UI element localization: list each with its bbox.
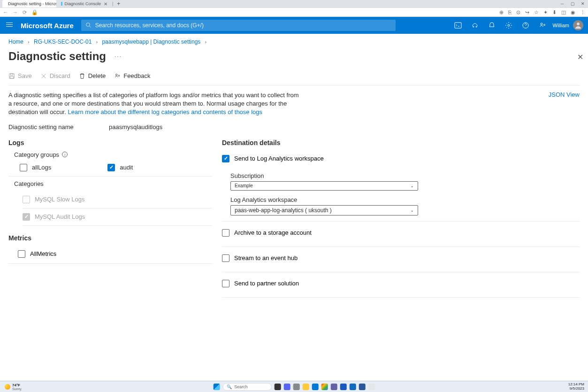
share-icon[interactable]: ↪ <box>525 9 529 15</box>
clock[interactable]: 12:14 PM 9/5/2023 <box>568 383 584 391</box>
browser-tab-inactive[interactable]: Diagnostic Console ✕ <box>57 0 111 8</box>
ext-icon2[interactable]: ⎘ <box>508 9 512 15</box>
search-icon <box>86 23 92 28</box>
delete-button[interactable]: Delete <box>79 72 106 79</box>
svg-point-14 <box>118 75 120 76</box>
explorer-icon[interactable] <box>303 384 309 390</box>
workspace-select[interactable]: paas-web-app-log-analytics ( uksouth ) ⌄ <box>230 205 418 215</box>
checkbox-unchecked[interactable] <box>222 229 229 237</box>
svg-line-1 <box>89 26 91 28</box>
svg-point-4 <box>476 26 477 27</box>
search-input[interactable] <box>95 22 391 29</box>
partner-destination[interactable]: Send to partner solution <box>222 276 580 292</box>
weather-widget[interactable]: 74°F Sunny <box>0 383 22 391</box>
category-groups-label: Category groups i <box>14 151 213 158</box>
subscription-select[interactable]: Example ⌄ <box>230 181 418 191</box>
svg-point-9 <box>577 23 580 25</box>
checkbox-unchecked[interactable] <box>18 250 25 258</box>
breadcrumb: Home › RG-UKS-SEC-DOC-01 › paasmysqlweba… <box>0 34 588 48</box>
browser-tab-active[interactable]: Diagnostic setting - Microsoft A ✕ <box>2 0 56 8</box>
eventhub-destination[interactable]: Stream to an event hub <box>222 251 580 266</box>
alllogs-option[interactable]: allLogs <box>20 164 51 171</box>
forward-icon[interactable]: → <box>13 9 18 15</box>
close-blade-icon[interactable]: ✕ <box>573 51 588 63</box>
destination-heading: Destination details <box>222 139 580 146</box>
allmetrics-option[interactable]: AllMetrics <box>8 246 213 264</box>
checkbox-unchecked[interactable] <box>20 164 27 171</box>
breadcrumb-home[interactable]: Home <box>8 38 23 45</box>
delete-label: Delete <box>88 72 106 79</box>
storage-destination[interactable]: Archive to a storage account <box>222 225 580 241</box>
minimize-icon[interactable]: ─ <box>557 0 567 8</box>
checkbox-checked[interactable] <box>222 155 229 162</box>
bell-icon[interactable] <box>488 22 496 29</box>
star-icon[interactable]: ☆ <box>534 9 539 15</box>
restore-icon[interactable]: ▢ <box>567 0 578 8</box>
tab-title: Diagnostic setting - Microsoft A <box>8 1 56 6</box>
save-icon <box>8 73 15 79</box>
app-icon[interactable] <box>284 384 290 390</box>
checkbox-checked[interactable] <box>107 164 115 171</box>
checkbox-unchecked[interactable] <box>222 254 229 262</box>
word-icon[interactable] <box>340 384 347 390</box>
copilot-icon[interactable] <box>471 22 479 29</box>
back-icon[interactable]: ← <box>3 9 8 15</box>
tab-close-icon[interactable]: ✕ <box>104 1 107 7</box>
audit-option[interactable]: audit <box>107 164 133 171</box>
chevron-right-icon: › <box>96 39 98 45</box>
new-tab-button[interactable]: + <box>113 0 124 7</box>
save-button[interactable]: Save <box>8 72 32 79</box>
workspace-label: Log Analytics workspace <box>230 196 580 203</box>
profile-icon[interactable]: ◉ <box>571 9 575 15</box>
breadcrumb-resource[interactable]: paasmysqlwebapp | Diagnostic settings <box>102 38 200 45</box>
app-icon[interactable] <box>350 384 356 390</box>
help-icon[interactable] <box>522 22 529 29</box>
svg-rect-2 <box>455 23 461 28</box>
svg-rect-11 <box>10 73 13 75</box>
edge-icon[interactable] <box>312 384 319 390</box>
global-search[interactable] <box>81 20 396 31</box>
discard-button[interactable]: Discard <box>40 72 70 79</box>
breadcrumb-rg[interactable]: RG-UKS-SEC-DOC-01 <box>34 38 92 45</box>
close-window-icon[interactable]: ✕ <box>578 0 588 8</box>
ext-icon[interactable]: ⊕ <box>499 9 504 15</box>
cloudshell-icon[interactable] <box>454 22 462 29</box>
app-icon[interactable] <box>293 384 300 390</box>
avatar <box>573 20 583 31</box>
setting-name-label: Diagnostic setting name <box>8 123 109 131</box>
chrome-icon[interactable] <box>321 384 328 390</box>
svg-point-13 <box>116 74 118 76</box>
start-icon[interactable] <box>213 384 220 390</box>
window-controls: ─ ▢ ✕ <box>557 0 588 8</box>
learn-more-link[interactable]: Learn more about the different log categ… <box>68 108 262 115</box>
hamburger-icon <box>6 21 13 28</box>
gear-icon[interactable] <box>505 22 512 29</box>
json-view-link[interactable]: JSON View <box>549 91 580 117</box>
download-icon[interactable]: ⬇ <box>552 9 557 15</box>
feedback-nav-icon[interactable] <box>539 22 546 29</box>
info-icon[interactable]: i <box>62 152 68 157</box>
taskview-icon[interactable] <box>275 384 281 390</box>
app-icon[interactable] <box>368 384 375 390</box>
reload-icon[interactable]: ⟳ <box>23 9 27 15</box>
zoom-icon[interactable]: ⊙ <box>516 9 520 15</box>
news-icon[interactable]: ◫ <box>561 9 566 15</box>
more-actions-icon[interactable]: ··· <box>115 53 122 60</box>
azure-header: Microsoft Azure William <box>0 17 588 34</box>
feedback-button[interactable]: Feedback <box>114 72 150 79</box>
checkbox-unchecked[interactable] <box>222 280 229 287</box>
law-destination[interactable]: Send to Log Analytics workspace <box>222 151 580 167</box>
browser-tab-strip: Diagnostic setting - Microsoft A ✕ Diagn… <box>0 0 588 8</box>
setting-name-value: paasmysqlauditlogs <box>109 123 162 131</box>
categories-label: Categories <box>14 180 213 187</box>
user-menu[interactable]: William <box>553 20 588 31</box>
teams-icon[interactable] <box>331 384 337 390</box>
menu-toggle[interactable] <box>0 21 19 30</box>
app-icon[interactable] <box>359 384 366 390</box>
search-icon: 🔍 <box>227 384 232 389</box>
taskbar-search[interactable]: 🔍 Search <box>222 383 272 391</box>
svg-point-0 <box>86 23 90 27</box>
sun-icon <box>5 384 10 390</box>
menu-icon[interactable]: ⋮ <box>580 9 585 15</box>
extensions-icon[interactable]: ✦ <box>543 9 548 15</box>
